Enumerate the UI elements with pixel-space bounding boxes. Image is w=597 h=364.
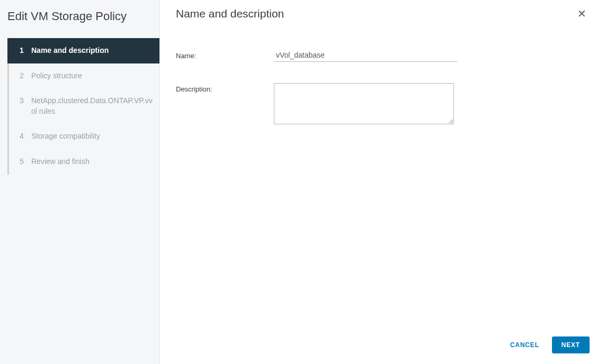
- close-icon: ✕: [577, 8, 586, 20]
- step-2-policy-structure[interactable]: 2 Policy structure: [9, 63, 159, 89]
- name-label: Name:: [176, 50, 274, 60]
- form-area: Name: Description:: [160, 29, 597, 328]
- sidebar-title: Edit VM Storage Policy: [0, 0, 159, 34]
- description-label: Description:: [176, 83, 274, 93]
- step-number: 3: [20, 96, 28, 106]
- step-label: Storage compatibility: [31, 131, 153, 142]
- form-row-description: Description:: [176, 83, 581, 124]
- page-title: Name and description: [176, 7, 284, 20]
- step-label: Policy structure: [31, 71, 153, 81]
- step-label: Name and description: [31, 46, 153, 56]
- step-number: 5: [20, 157, 28, 167]
- wizard-footer: CANCEL NEXT: [160, 328, 597, 364]
- step-number: 1: [20, 46, 28, 56]
- next-button[interactable]: NEXT: [552, 336, 590, 353]
- wizard-sidebar: Edit VM Storage Policy 1 Name and descri…: [0, 0, 160, 364]
- step-label: Review and finish: [31, 157, 153, 167]
- cancel-button[interactable]: CANCEL: [508, 337, 541, 353]
- steps-list: 1 Name and description 2 Policy structur…: [7, 38, 159, 175]
- step-5-review-finish[interactable]: 5 Review and finish: [9, 149, 159, 175]
- step-number: 2: [20, 71, 28, 81]
- step-1-name-description[interactable]: 1 Name and description: [7, 38, 159, 63]
- name-input[interactable]: [274, 50, 457, 62]
- form-row-name: Name:: [176, 50, 581, 62]
- main-content: Name and description ✕ Name: Description…: [160, 0, 597, 364]
- step-4-storage-compatibility[interactable]: 4 Storage compatibility: [9, 124, 159, 149]
- description-textarea[interactable]: [274, 83, 454, 124]
- step-label: NetApp.clustered.Data.ONTAP.VP.vvol rule…: [31, 96, 153, 116]
- step-3-netapp-rules[interactable]: 3 NetApp.clustered.Data.ONTAP.VP.vvol ru…: [9, 88, 159, 124]
- close-button[interactable]: ✕: [576, 7, 587, 20]
- main-header: Name and description ✕: [160, 0, 597, 29]
- step-number: 4: [20, 131, 28, 142]
